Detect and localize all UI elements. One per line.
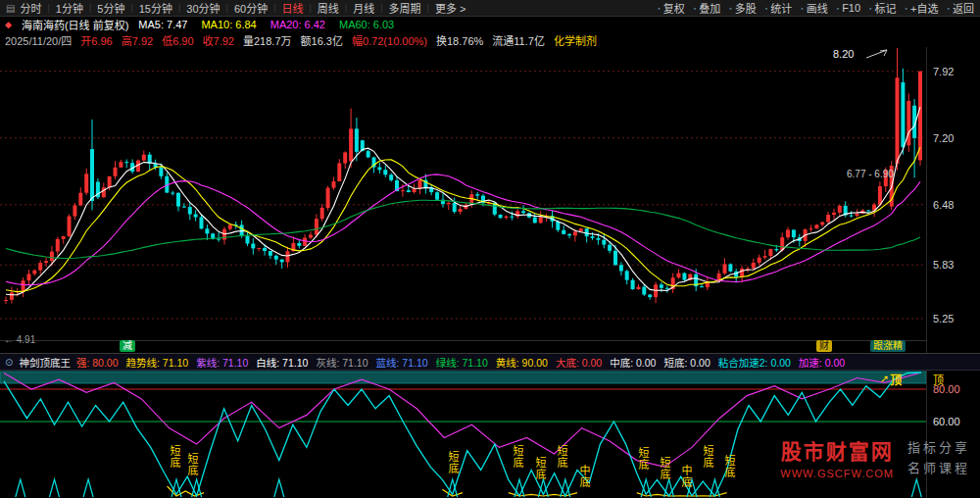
btn-mark-label: 标记 (875, 0, 897, 16)
btn-draw-line[interactable]: ▪画线 (801, 0, 827, 16)
quote-field-9: 换18.76% (436, 32, 483, 48)
btn-multi-stock-label: 多股 (735, 0, 757, 16)
tab-timeline[interactable]: 分时 (20, 0, 41, 16)
bottom-signal-label: 中底 (578, 465, 589, 488)
indicator-field-11: 短底: 0.00 (663, 355, 710, 370)
bottom-signal-label: 短底 (534, 457, 545, 480)
quote-field-10: 流通11.7亿 (492, 32, 545, 48)
bottom-signal-label: 短底 (702, 445, 712, 469)
price-axis-label: 7.20 (933, 132, 954, 144)
indicator-field-9: 大底: 0.00 (556, 355, 602, 370)
tab-more[interactable]: 更多 > (435, 0, 466, 16)
btn-f10-label: F10 (842, 2, 860, 14)
bottom-signal-label: 短底 (169, 445, 179, 469)
btn-f10[interactable]: ▪F10 (837, 2, 860, 14)
btn-overlay-icon: ▪ (694, 5, 696, 12)
indicator-fields: 强: 80.00趋势线: 71.10紫线: 71.10白线: 71.10灰线: … (76, 355, 845, 370)
tab-weekly[interactable]: 周线 (318, 0, 339, 16)
marker-finance[interactable]: 财 (816, 340, 832, 352)
bottom-signal-label: 短底 (186, 453, 197, 476)
ma-value-1: MA5: 7.47 (138, 19, 187, 30)
separator: | (345, 3, 347, 13)
indicator-field-4: 白线: 71.10 (256, 355, 308, 370)
bottom-signal-label: 短底 (447, 451, 458, 474)
marker-genzhangjing[interactable]: 跟涨精 (870, 340, 906, 352)
separator: | (427, 3, 429, 13)
bottom-signal-label: 中底 (680, 465, 691, 488)
btn-statistics[interactable]: ▪统计 (765, 0, 792, 16)
quote-field-6: 量218.7万 (243, 32, 292, 48)
toolbar-right: ▪复权▪叠加▪多股▪统计▪画线▪F10▪标记▪+自选▪返回 (658, 0, 976, 16)
tab-daily[interactable]: 日线 (282, 0, 304, 16)
btn-overlay-label: 叠加 (699, 0, 720, 16)
indicator-field-2: 趋势线: 71.10 (126, 355, 189, 370)
tab-5min[interactable]: 5分钟 (97, 0, 124, 16)
indicator-field-13: 加速: 0.00 (799, 355, 845, 370)
tab-30min[interactable]: 30分钟 (186, 0, 220, 16)
top-signal-marker: ➚ 顶 (880, 371, 902, 387)
btn-adjust[interactable]: ▪复权 (658, 0, 684, 16)
ma-labels: MA5: 7.47MA10: 6.84MA20: 6.42MA60: 6.03 (138, 19, 394, 30)
btn-multi-stock-icon: ▪ (729, 5, 731, 12)
stock-icon: ◆ (5, 20, 12, 29)
toolbar-left: 分时|1分钟|5分钟|15分钟|30分钟|60分钟|日线|周线|月线|多周期|更… (20, 0, 466, 16)
indicator-field-8: 黄线: 90.00 (496, 355, 548, 370)
indicator-icon: ⊙ (5, 357, 13, 368)
btn-f10-icon: ▪ (837, 5, 839, 12)
bottom-signal-label: 短底 (512, 445, 522, 469)
ma-value-4: MA60: 6.03 (339, 19, 394, 30)
price-axis-label: 5.83 (933, 259, 954, 271)
separator: | (178, 3, 180, 13)
trading-app: ▤ 分时|1分钟|5分钟|15分钟|30分钟|60分钟|日线|周线|月线|多周期… (0, 0, 980, 498)
separator: | (310, 3, 312, 13)
toolbar: ▤ 分时|1分钟|5分钟|15分钟|30分钟|60分钟|日线|周线|月线|多周期… (0, 0, 980, 17)
indicator-panel[interactable]: 顶80.0060.00 ➚ 顶 短底短底短底短底短底短底中底短底短底中底短底短底… (0, 371, 980, 498)
indicator-name[interactable]: 神剑顶底王 (19, 355, 71, 370)
price-axis-label: 5.25 (933, 313, 954, 324)
tab-1min[interactable]: 1分钟 (56, 0, 83, 16)
candlestick-chart[interactable] (0, 47, 926, 353)
separator: | (47, 3, 49, 13)
main-chart-panel[interactable]: 7.927.206.485.835.25 8.20 6.77 - 6.90 ← … (0, 47, 980, 353)
indicator-field-12: 粘合加速2: 0.00 (718, 355, 791, 370)
indicator-field-6: 蓝线: 71.10 (376, 355, 428, 370)
btn-add-watchlist-icon: ▪ (906, 5, 907, 12)
indicator-field-5: 灰线: 71.10 (316, 355, 368, 370)
btn-back[interactable]: ▪返回 (948, 0, 974, 16)
price-axis-label: 7.92 (933, 66, 954, 77)
btn-adjust-icon: ▪ (658, 5, 660, 12)
btn-add-watchlist-label: +自选 (910, 0, 938, 16)
quote-field-11: 化学制剂 (554, 32, 597, 48)
marker-reduce[interactable]: 减 (120, 340, 135, 352)
btn-overlay[interactable]: ▪叠加 (694, 0, 720, 16)
top-signal-label: 顶 (890, 371, 902, 387)
tab-60min[interactable]: 60分钟 (234, 0, 268, 16)
quote-bar: 2025/11/20/四开6.96高7.92低6.90收7.92量218.7万额… (0, 32, 980, 47)
quote-field-1: 2025/11/20/四 (5, 32, 72, 48)
title-bar: ◆ 海南海药(日线 前复权) MA5: 7.47MA10: 6.84MA20: … (0, 17, 980, 32)
quote-field-8: 幅0.72(10.00%) (352, 32, 427, 48)
btn-mark[interactable]: ▪标记 (869, 0, 896, 16)
quote-field-2: 开6.96 (80, 32, 112, 48)
btn-multi-stock[interactable]: ▪多股 (729, 0, 756, 16)
indicator-header: ⊙ 神剑顶底王 强: 80.00趋势线: 71.10紫线: 71.10白线: 7… (0, 353, 980, 371)
high-annotation: 8.20 (833, 48, 854, 60)
gap-annotation: 6.77 - 6.90 (847, 169, 894, 179)
quote-field-7: 额16.3亿 (301, 32, 343, 48)
indicator-axis-label-3: 60.00 (933, 416, 960, 427)
separator: | (89, 3, 91, 13)
tab-multi-period[interactable]: 多周期 (389, 0, 421, 16)
menu-icon[interactable]: ▤ (6, 3, 15, 14)
btn-back-icon: ▪ (948, 5, 950, 12)
bottom-signal-label: 短底 (637, 447, 648, 471)
tab-15min[interactable]: 15分钟 (139, 0, 172, 16)
btn-add-watchlist[interactable]: ▪+自选 (906, 0, 939, 16)
separator: | (273, 3, 275, 13)
price-axis: 7.927.206.485.835.25 (926, 47, 980, 353)
indicator-field-7: 绿线: 71.10 (436, 355, 488, 370)
tab-monthly[interactable]: 月线 (353, 0, 374, 16)
ma-value-2: MA10: 6.84 (201, 19, 256, 30)
btn-statistics-label: 统计 (770, 0, 792, 16)
indicator-field-1: 强: 80.00 (76, 355, 119, 370)
stock-title[interactable]: 海南海药(日线 前复权) (22, 17, 128, 32)
